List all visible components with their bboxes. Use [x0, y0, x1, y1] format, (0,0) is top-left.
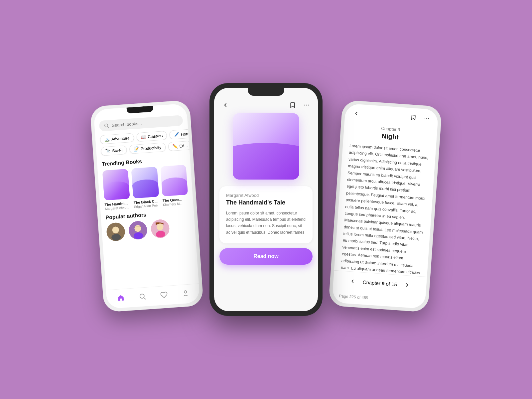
prev-chapter-button[interactable]	[348, 276, 358, 286]
svg-rect-14	[120, 299, 122, 301]
bottom-nav	[106, 284, 200, 309]
phones-container: 🏔️ Adventure 📖 Classics 🖊️ Horr... 🔭 Sci…	[96, 83, 436, 316]
more-button-center[interactable]	[302, 100, 311, 110]
left-screen: 🏔️ Adventure 📖 Classics 🖊️ Horr... 🔭 Sci…	[93, 103, 200, 309]
nav-search[interactable]	[137, 292, 147, 302]
author-avatar-3[interactable]	[150, 219, 170, 239]
bookmark-button-right[interactable]	[408, 112, 418, 122]
svg-point-0	[105, 124, 108, 127]
book-cover-2	[131, 167, 159, 199]
center-header-icons	[288, 100, 311, 110]
right-header-icons	[408, 112, 432, 123]
svg-point-22	[426, 118, 427, 119]
book-card-1[interactable]: The Handm... Margaret Atwo...	[102, 169, 131, 211]
category-horror[interactable]: 🖊️ Horr...	[169, 129, 189, 140]
back-button-right[interactable]	[351, 108, 361, 118]
center-header	[214, 96, 318, 113]
svg-line-1	[107, 126, 109, 128]
category-classics[interactable]: 📖 Classics	[136, 131, 167, 142]
svg-point-18	[304, 105, 305, 106]
phone-right: Chapter 9 Night Lorem ipsum dolor sit am…	[328, 100, 442, 312]
phone-center: Margaret Atwood The Handmaid's Tale Lore…	[209, 83, 323, 316]
book-cover-1	[102, 169, 130, 200]
trending-books-list: The Handm... Margaret Atwo... The Black …	[98, 164, 194, 211]
category-scifi[interactable]: 🔭 Sci-Fi	[101, 145, 127, 156]
author-avatar-2[interactable]	[128, 220, 148, 240]
book-card-2[interactable]: The Black C... Edgar Allan Poe	[131, 167, 160, 209]
nav-profile[interactable]	[181, 289, 191, 299]
chapter-nav-text: Chapter 9 of 15	[362, 279, 397, 287]
author-face-1	[106, 222, 126, 242]
svg-line-16	[144, 298, 145, 299]
author-face-2	[128, 220, 148, 240]
book-detail-info: Margaret Atwood The Handmaid's Tale Lore…	[219, 186, 313, 243]
svg-point-23	[428, 118, 429, 119]
nav-home[interactable]	[116, 293, 126, 303]
page-info: Page 225 of 485	[332, 291, 426, 309]
bookmark-button-center[interactable]	[288, 100, 297, 110]
phone-left: 🏔️ Adventure 📖 Classics 🖊️ Horr... 🔭 Sci…	[90, 100, 204, 312]
center-notch	[248, 88, 284, 96]
read-now-button[interactable]: Read now	[219, 248, 313, 265]
detail-title: The Handmaid's Tale	[226, 199, 306, 206]
search-bar[interactable]	[99, 115, 183, 132]
svg-point-19	[306, 105, 307, 106]
chapter-text: Lorem ipsum dolor sit amet, consectetur …	[334, 142, 436, 277]
book-card-3[interactable]: The Quee... Kimmery M...	[160, 165, 189, 206]
svg-point-17	[184, 291, 187, 293]
detail-description: Lorem ipsum dolor sit amet, consectetur …	[226, 210, 306, 237]
svg-point-21	[425, 118, 425, 118]
book-detail-cover	[233, 113, 299, 180]
book-cover-3	[160, 165, 188, 196]
nav-favorites[interactable]	[159, 290, 169, 300]
detail-author: Margaret Atwood	[226, 193, 306, 198]
svg-point-20	[308, 105, 309, 106]
search-icon	[104, 123, 109, 128]
author-face-3	[150, 219, 170, 239]
category-education[interactable]: ✏️ Ed...	[168, 141, 190, 151]
svg-point-15	[140, 294, 144, 299]
more-button-right[interactable]	[422, 113, 432, 123]
next-chapter-button[interactable]	[402, 280, 412, 290]
search-input[interactable]	[112, 118, 179, 128]
category-productivity[interactable]: 📝 Productivity	[129, 143, 166, 154]
author-avatar-1[interactable]	[106, 222, 126, 242]
right-screen: Chapter 9 Night Lorem ipsum dolor sit am…	[332, 103, 439, 309]
center-screen: Margaret Atwood The Handmaid's Tale Lore…	[214, 88, 318, 311]
back-button-center[interactable]	[221, 100, 230, 110]
left-notch	[127, 106, 154, 114]
category-adventure[interactable]: 🏔️ Adventure	[100, 133, 134, 144]
